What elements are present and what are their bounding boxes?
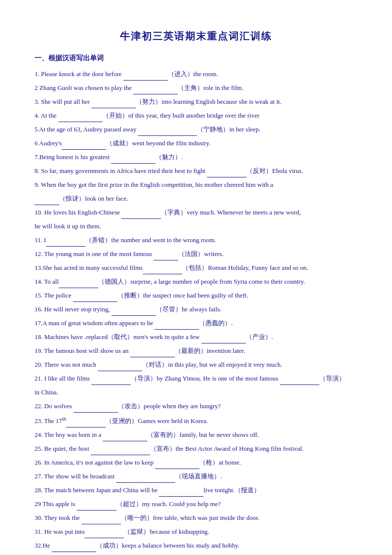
page-title: 牛津初三英语期末重点词汇训练 xyxy=(35,30,357,43)
blank-25[interactable] xyxy=(91,447,150,455)
blank-27[interactable] xyxy=(116,475,175,483)
blank-14[interactable] xyxy=(59,280,98,288)
q33: 33.The sports meeting was （取消）because of… xyxy=(35,553,357,555)
blank-28[interactable] xyxy=(159,489,203,497)
q30: 30. They took the （唯一的）free table, which… xyxy=(35,512,357,524)
q9: 9. When the boy got the first prize in t… xyxy=(35,178,357,191)
blank-15[interactable] xyxy=(73,294,118,302)
blank-24[interactable] xyxy=(103,433,147,441)
blank-23[interactable] xyxy=(66,420,106,427)
q32: 32.He （成功）keeps a balance between his st… xyxy=(35,539,357,552)
blank-22[interactable] xyxy=(74,405,118,413)
blank-26[interactable] xyxy=(155,461,199,469)
blank-4[interactable] xyxy=(58,114,103,122)
blank-18[interactable] xyxy=(201,336,246,343)
blank-16[interactable] xyxy=(112,308,156,316)
q3: 3. She will put all her （努力）into learnin… xyxy=(35,95,357,108)
blank-30[interactable] xyxy=(81,516,121,524)
q9b: （惊讶）look on her face. xyxy=(35,192,357,205)
q15: 15. The police （推断）the suspect once had … xyxy=(35,289,357,302)
blank-31[interactable] xyxy=(84,530,124,538)
q17: 17.A man of great wisdom often appears t… xyxy=(35,317,357,330)
q16: 16. He will never stop trying, （尽管）he al… xyxy=(35,303,357,316)
q21b: in China. xyxy=(35,386,357,399)
q29: 29 This apple is （超过）my reach. Could you… xyxy=(35,498,357,511)
blank-1[interactable] xyxy=(123,73,168,81)
section-header: 一、根据汉语写出单词 xyxy=(35,54,357,63)
q18: 18. Machines have .replaced（取代）men's wor… xyxy=(35,331,357,343)
blank-19[interactable] xyxy=(130,349,175,357)
q25: 25. Be quiet, the host （宣布）the Best Acto… xyxy=(35,442,357,455)
q19: 19. The famous host will show us an （最新的… xyxy=(35,344,357,357)
q7: 7.Being honest is his greatest （魅力）. xyxy=(35,151,357,164)
blank-29[interactable] xyxy=(77,503,117,511)
blank-8[interactable] xyxy=(207,170,246,177)
q28: 28. The match between Japan and China wi… xyxy=(35,484,357,497)
q8: 8. So far, many governments in Africa ha… xyxy=(35,165,357,177)
blank-20[interactable] xyxy=(98,363,142,371)
blank-21b[interactable] xyxy=(280,377,319,385)
q13: 13.She has acted in many successful film… xyxy=(35,261,357,274)
blank-11[interactable] xyxy=(46,239,85,247)
q14: 14. To all（德国人）surprise, a large number … xyxy=(35,275,357,288)
q1: 1. Please knock at the door before （进入）t… xyxy=(35,68,357,81)
blank-5[interactable] xyxy=(138,128,197,136)
blank-21a[interactable] xyxy=(91,377,131,385)
q23: 23. The 17th（亚洲的）Games were held in Kore… xyxy=(35,414,357,427)
q6: 6 Audrey's（成就）went beyond the film indus… xyxy=(35,137,357,150)
blank-10[interactable] xyxy=(121,211,161,219)
blank-17[interactable] xyxy=(155,322,199,330)
blank-3[interactable] xyxy=(91,100,136,108)
blank-13[interactable] xyxy=(143,266,182,274)
q20: 20. There was not much （对话）in this play,… xyxy=(35,358,357,371)
q22: 22. Do wolves （攻击）people when they are h… xyxy=(35,400,357,413)
blank-7[interactable] xyxy=(111,156,156,164)
q10: 10. He loves his English-Chinese （字典）ver… xyxy=(35,206,357,219)
q4: 4. At the （开始）of this year, they built a… xyxy=(35,109,357,122)
q10b: he will look it up in them. xyxy=(35,220,357,233)
blank-12[interactable] xyxy=(154,253,178,260)
q5: 5 At the age of 63, Audrey passed away （… xyxy=(35,123,357,136)
questions-container: 1. Please knock at the door before （进入）t… xyxy=(35,68,357,555)
q26: 26. In America, it's not against the law… xyxy=(35,456,357,469)
blank-32[interactable] xyxy=(52,544,96,552)
q27: 27. The show will be broadcast （现场直播地）. xyxy=(35,470,357,483)
q31: 31. He was put into（监狱）because of kidnap… xyxy=(35,525,357,538)
blank-2[interactable] xyxy=(133,86,178,94)
q12: 12. The young man is one of the most fam… xyxy=(35,248,357,260)
q21: 21. I like all the films （导演）by Zhang Yi… xyxy=(35,372,357,385)
blank-9[interactable] xyxy=(35,197,59,205)
q11: 11. I（弄错）the number and went to the wron… xyxy=(35,234,357,247)
q2: 2 Zhang Guoli was chosen to play the （主角… xyxy=(35,82,357,94)
q24: 24. The boy was born in a （富有的）family, b… xyxy=(35,428,357,441)
blank-6[interactable] xyxy=(62,142,106,150)
